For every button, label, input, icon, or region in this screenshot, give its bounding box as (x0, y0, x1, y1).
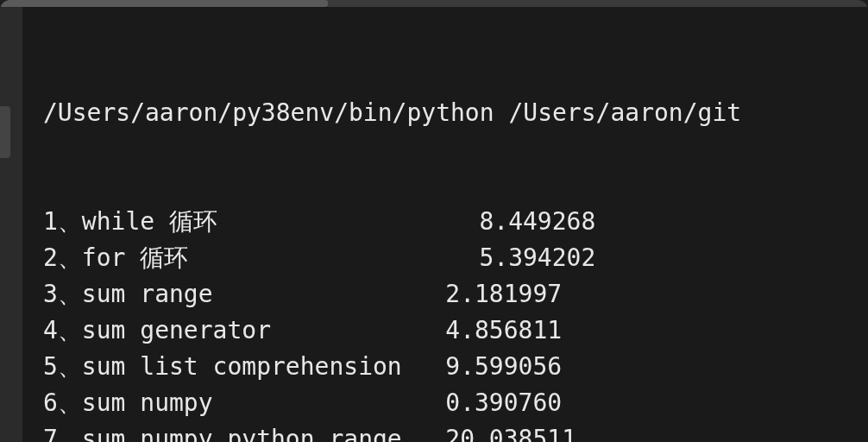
benchmark-row: 5、sum list comprehension 9.599056 (43, 349, 868, 385)
benchmark-row: 6、sum numpy 0.390760 (43, 385, 868, 421)
benchmark-row: 2、for 循环 5.394202 (43, 240, 868, 276)
gutter-notch (0, 106, 10, 158)
benchmark-rows: 1、while 循环 8.4492682、for 循环 5.3942023、su… (43, 204, 868, 442)
terminal-window: /Users/aaron/py38env/bin/python /Users/a… (0, 0, 868, 442)
benchmark-row: 4、sum generator 4.856811 (43, 313, 868, 349)
horizontal-scrollbar[interactable] (0, 0, 328, 7)
benchmark-row: 1、while 循环 8.449268 (43, 204, 868, 240)
command-line: /Users/aaron/py38env/bin/python /Users/a… (43, 95, 868, 131)
benchmark-row: 3、sum range 2.181997 (43, 276, 868, 313)
benchmark-row: 7、sum numpy python range 20.038511 (43, 421, 868, 442)
window-top-bar (0, 0, 868, 7)
terminal-output[interactable]: /Users/aaron/py38env/bin/python /Users/a… (0, 7, 868, 442)
left-gutter (0, 7, 22, 442)
